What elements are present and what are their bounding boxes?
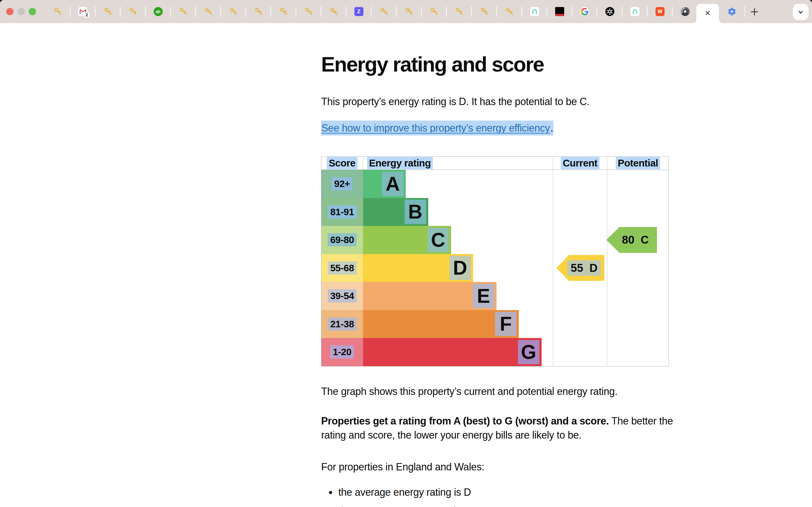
band-score-range: 39-54 — [321, 282, 363, 310]
tab-close-icon[interactable] — [704, 10, 711, 17]
tab-key[interactable] — [221, 0, 246, 23]
house-favicon-icon — [630, 7, 640, 16]
epc-table-header: Score Energy rating Current Potential — [321, 157, 668, 170]
tab-key[interactable] — [296, 0, 321, 23]
improve-efficiency-link[interactable]: See how to improve this property’s energ… — [321, 122, 550, 134]
header-score: Score — [321, 157, 363, 170]
key-favicon-icon — [254, 7, 263, 16]
improve-link-line: See how to improve this property’s energ… — [321, 122, 553, 134]
tab-settings[interactable] — [719, 0, 745, 23]
epc-band-row-F: 21-38F — [321, 310, 668, 338]
tab-key[interactable] — [396, 0, 421, 23]
band-bar-G: G — [363, 338, 542, 366]
tab-zotero[interactable]: Z — [346, 0, 371, 23]
tab-key[interactable] — [472, 0, 497, 23]
band-bar-cell: C — [363, 226, 553, 254]
tab-strip: 2qbZW — [0, 0, 812, 23]
key-favicon-icon — [505, 7, 514, 16]
tab-key[interactable] — [321, 0, 346, 23]
new-tab-button[interactable] — [748, 5, 761, 18]
tab-blackred[interactable] — [547, 0, 572, 23]
blackred-favicon-icon — [555, 7, 564, 16]
graph-caption: The graph shows this property’s current … — [321, 385, 686, 399]
tab-key[interactable] — [371, 0, 396, 23]
tab-key[interactable] — [95, 0, 120, 23]
zotero-favicon-icon: Z — [354, 7, 363, 16]
minimize-window-button[interactable] — [17, 8, 25, 15]
epc-band-row-E: 39-54E — [321, 282, 668, 310]
current-cell — [553, 338, 608, 366]
tab-key[interactable] — [196, 0, 221, 23]
band-bar-cell: F — [363, 310, 553, 338]
gear-icon — [727, 7, 737, 16]
key-favicon-icon — [430, 7, 439, 16]
tab-key[interactable] — [45, 0, 70, 23]
band-bar-A: A — [363, 170, 406, 198]
potential-cell: 80C — [607, 226, 668, 254]
tab-quickbooks[interactable]: qb — [146, 0, 170, 23]
tab-google[interactable] — [572, 0, 597, 23]
potential-cell — [607, 254, 668, 282]
tab-key[interactable] — [271, 0, 296, 23]
epc-band-row-G: 1-20G — [321, 338, 668, 366]
house-favicon-icon — [530, 7, 539, 16]
google-favicon-icon — [580, 7, 589, 16]
chrome-favicon-icon — [680, 7, 690, 16]
regional-text: For properties in England and Wales: — [321, 460, 686, 474]
browser-window: 2qbZW — [0, 0, 812, 507]
band-score-range: 81-91 — [321, 198, 363, 226]
band-bar-B: B — [363, 198, 428, 226]
band-score-range: 1-20 — [321, 338, 363, 366]
active-tab[interactable] — [696, 4, 719, 23]
band-score-range: 21-38 — [321, 310, 363, 338]
tab-house[interactable] — [622, 0, 647, 23]
gmail-favicon-icon: 2 — [79, 7, 87, 16]
tab-gmail[interactable]: 2 — [70, 0, 95, 23]
quickbooks-favicon-icon: qb — [154, 7, 163, 16]
zoom-window-button[interactable] — [29, 8, 36, 15]
header-current: Current — [553, 157, 608, 170]
tab-key[interactable] — [447, 0, 472, 23]
potential-rating-arrow: 80C — [606, 227, 657, 253]
browser-toolbar: find-energy-certificate.service.gov.uk/e… — [0, 23, 812, 45]
intro-text: This property’s energy rating is D. It h… — [321, 95, 686, 109]
tab-key[interactable] — [170, 0, 196, 23]
tab-key[interactable] — [497, 0, 522, 23]
epc-band-row-B: 81-91B — [321, 198, 668, 226]
chatgpt-favicon-icon — [605, 7, 614, 16]
band-bar-cell: A — [363, 170, 553, 198]
band-bar-E: E — [363, 282, 497, 310]
page-content: Energy rating and score This property’s … — [0, 45, 812, 507]
potential-cell — [607, 170, 668, 198]
epc-band-row-A: 92+A — [321, 170, 668, 198]
tab-wattpad[interactable]: W — [647, 0, 672, 23]
band-score-range: 92+ — [321, 170, 363, 198]
key-favicon-icon — [129, 7, 138, 16]
potential-cell — [607, 338, 668, 366]
key-favicon-icon — [204, 7, 213, 16]
header-potential: Potential — [607, 157, 668, 170]
close-window-button[interactable] — [6, 8, 13, 15]
epc-band-row-C: 69-80C80C — [321, 226, 668, 254]
wattpad-favicon-icon: W — [656, 7, 665, 16]
key-favicon-icon — [179, 7, 188, 16]
band-bar-cell: G — [363, 338, 553, 366]
header-energy-rating: Energy rating — [363, 157, 553, 170]
current-cell — [553, 282, 608, 310]
tab-chatgpt[interactable] — [597, 0, 622, 23]
tab-search-button[interactable] — [793, 4, 809, 20]
tab-house[interactable] — [522, 0, 547, 23]
key-favicon-icon — [229, 7, 238, 16]
background-tabs: 2qbZW — [45, 0, 698, 23]
tab-key[interactable] — [246, 0, 271, 23]
current-rating-arrow: 55D — [557, 255, 605, 281]
list-item: the average energy rating is D — [337, 486, 474, 499]
tab-key[interactable] — [120, 0, 146, 23]
chevron-down-icon — [797, 8, 805, 16]
key-favicon-icon — [405, 7, 414, 16]
window-controls — [6, 8, 36, 15]
page-title: Energy rating and score — [321, 52, 544, 76]
band-bar-cell: B — [363, 198, 553, 226]
current-cell — [553, 226, 608, 254]
tab-key[interactable] — [421, 0, 447, 23]
